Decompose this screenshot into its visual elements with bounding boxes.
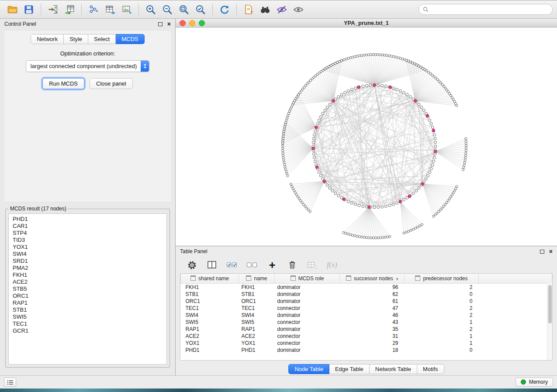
zoom-in-button[interactable] [143, 3, 159, 16]
export-image-button[interactable] [119, 3, 135, 16]
column-header-MCDS-role[interactable]: MCDS role [275, 274, 340, 284]
table-row[interactable]: ORC1ORC1dominator610 [181, 298, 552, 305]
open-file-button[interactable] [4, 3, 20, 16]
status-bar: Memory [0, 375, 557, 389]
show-all-button[interactable] [291, 3, 306, 16]
table-row[interactable]: PHD1PHD1dominator180 [181, 347, 552, 354]
table-scrollbar-thumb[interactable] [548, 285, 552, 323]
table-row[interactable]: STB1STB1dominator620 [181, 291, 552, 298]
column-header-predecessor-nodes[interactable]: predecessor nodes [405, 274, 479, 284]
toolbar-separator [138, 3, 139, 15]
mcds-result-item[interactable]: FKH1 [9, 272, 166, 279]
hide-selected-button[interactable] [274, 3, 290, 16]
tab-edge-table[interactable]: Edge Table [329, 364, 370, 374]
float-table-panel-icon[interactable] [540, 250, 544, 254]
mcds-result-item[interactable]: GCR1 [9, 327, 166, 334]
delete-column-button[interactable] [287, 259, 298, 271]
mcds-result-item[interactable]: CAR1 [9, 223, 166, 230]
table-row[interactable]: SWI5SWI5connector431 [181, 319, 552, 326]
mcds-result-item[interactable]: TEC1 [9, 320, 166, 327]
toolbar-search[interactable] [419, 4, 553, 15]
create-column-button[interactable]: + [266, 259, 278, 271]
mcds-result-item[interactable]: ORC1 [9, 292, 166, 299]
import-network-icon [48, 4, 59, 15]
tab-select[interactable]: Select [88, 34, 116, 44]
control-panel-header: Control Panel × [0, 19, 175, 29]
delete-table-button[interactable] [307, 259, 318, 271]
function-builder-button[interactable]: f(x) [327, 259, 337, 271]
panel-menu-button[interactable] [4, 378, 16, 387]
mcds-result-item[interactable]: RAP1 [9, 299, 166, 306]
node-table-container: shared namenameMCDS rolesuccessor nodes▾… [180, 273, 553, 361]
network-canvas[interactable] [176, 28, 557, 246]
tab-network-table[interactable]: Network Table [370, 364, 417, 374]
toolbar-separator [41, 3, 41, 15]
mcds-result-title: MCDS result (17 nodes) [8, 206, 68, 212]
table-row[interactable]: SWI4SWI4dominator462 [181, 312, 552, 319]
column-header-successor-nodes[interactable]: successor nodes▾ [340, 274, 405, 284]
save-session-button[interactable] [21, 3, 37, 16]
mcds-result-item[interactable]: STB5 [9, 285, 166, 292]
column-header-shared-name[interactable]: shared name [181, 274, 239, 284]
deselect-all-rows-button[interactable] [246, 259, 258, 271]
table-row[interactable]: RAP1RAP1dominator352 [181, 326, 552, 333]
select-all-rows-button[interactable] [226, 259, 238, 271]
main-toolbar [0, 0, 557, 19]
zoom-out-icon [162, 4, 173, 15]
table-row[interactable]: YOX1YOX1connector291 [181, 340, 552, 347]
mcds-result-item[interactable]: SRD1 [9, 258, 166, 265]
mcds-result-item[interactable]: STB1 [9, 306, 166, 313]
mcds-result-item[interactable]: SWI5 [9, 313, 166, 320]
table-row[interactable]: ACE2ACE2connector311 [181, 333, 552, 340]
close-window-icon[interactable] [180, 20, 186, 26]
import-table-button[interactable] [62, 3, 77, 16]
tab-motifs[interactable]: Motifs [417, 364, 444, 374]
export-table-button[interactable] [102, 3, 118, 16]
search-network-button[interactable] [257, 3, 273, 16]
tab-network[interactable]: Network [31, 34, 64, 44]
maximize-window-icon[interactable] [199, 20, 205, 26]
main-area: Control Panel × NetworkStyleSelectMCDS O… [0, 19, 557, 375]
binoculars-icon [259, 4, 271, 15]
mcds-result-item[interactable]: PHD1 [9, 216, 166, 223]
criterion-dropdown[interactable]: largest connected component (undirected) [26, 60, 150, 72]
refresh-layout-button[interactable] [217, 3, 232, 16]
table-toolbar: + f(x) [180, 257, 553, 273]
minimize-window-icon[interactable] [189, 20, 195, 26]
mcds-result-item[interactable]: TID3 [9, 237, 166, 244]
table-scrollbar[interactable] [547, 282, 552, 360]
search-icon [423, 7, 429, 12]
tab-node-table[interactable]: Node Table [288, 364, 329, 374]
export-image-icon [121, 4, 132, 15]
zoom-selected-button[interactable] [193, 3, 208, 16]
tab-style[interactable]: Style [64, 34, 88, 44]
close-panel-button[interactable]: Close panel [90, 78, 133, 89]
right-side: YPA_prune.txt_1 Table Panel [176, 19, 557, 375]
export-network-button[interactable] [86, 3, 101, 16]
search-input[interactable] [431, 6, 548, 13]
export-document-button[interactable] [241, 3, 256, 16]
mcds-result-item[interactable]: YOX1 [9, 244, 166, 251]
table-row[interactable]: FKH1FKH1dominator962 [181, 284, 552, 291]
float-panel-icon[interactable] [158, 22, 163, 26]
column-header-name[interactable]: name [239, 274, 275, 284]
show-columns-button[interactable] [206, 259, 218, 271]
mcds-result-item[interactable]: STP4 [9, 230, 166, 237]
zoom-out-button[interactable] [159, 3, 175, 16]
zoom-fit-button[interactable] [176, 3, 192, 16]
network-graph[interactable] [176, 28, 557, 246]
tab-mcds[interactable]: MCDS [116, 34, 144, 44]
import-network-button[interactable] [45, 3, 61, 16]
document-share-icon [243, 4, 254, 15]
memory-button[interactable]: Memory [515, 378, 553, 387]
table-row[interactable]: TEC1TEC1connector472 [181, 305, 552, 312]
mcds-result-item[interactable]: SWI4 [9, 251, 166, 258]
table-settings-button[interactable] [186, 259, 197, 271]
memory-status-icon [521, 379, 526, 385]
network-title: YPA_prune.txt_1 [176, 20, 557, 26]
close-table-panel-icon[interactable]: × [549, 249, 553, 254]
mcds-result-item[interactable]: PMA2 [9, 265, 166, 272]
mcds-result-item[interactable]: ACE2 [9, 279, 166, 285]
run-mcds-button[interactable]: Run MCDS [42, 78, 84, 89]
close-panel-icon[interactable]: × [167, 22, 171, 26]
